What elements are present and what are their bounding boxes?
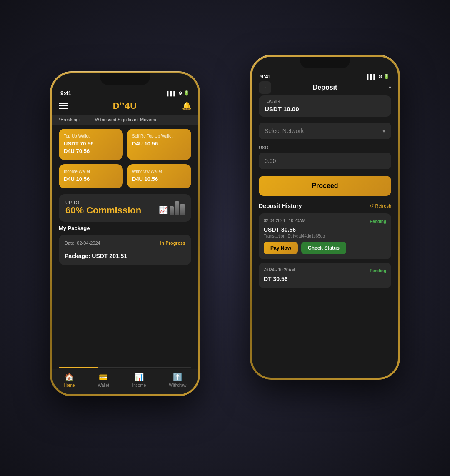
right-content: 9:41 ▌▌▌ ⊜ 🔋 ‹ Deposit ▾ E-Wallet U (252, 57, 398, 378)
signal-icon-r: ▌▌▌ (367, 74, 377, 79)
check-status-button[interactable]: Check Status (301, 242, 346, 254)
commission-info: UP TO 60% Commission (65, 200, 141, 216)
my-package: My Package Date: 02-04-2024 In Progress … (59, 225, 191, 265)
bar-2 (175, 201, 179, 215)
package-date: Date: 02-04-2024 (65, 241, 100, 246)
bar-3 (180, 204, 185, 215)
wallet-value-withdraw: D4U 10.56 (132, 175, 186, 183)
history-status-2: Pending (370, 268, 386, 273)
left-header: Dth4U 🔔 (52, 99, 198, 115)
wifi-icon: ⊜ (178, 90, 182, 96)
wallet-value-income: D4U 10.56 (64, 175, 118, 183)
commission-value: 60% Commission (65, 205, 141, 216)
bell-icon[interactable]: 🔔 (182, 101, 191, 110)
ewallet-value: USDT 10.00 (265, 105, 385, 113)
left-phone-screen: 9:41 ▌▌▌ ⊜ 🔋 Dth4U 🔔 (52, 73, 198, 394)
wallet-label-self: Self Re Top Up Wallet (132, 134, 186, 138)
history-entry-2: -2024 - 10.20AM Pending DT 30.56 (259, 263, 391, 288)
package-section-title: My Package (59, 225, 191, 231)
nav-income[interactable]: 📊 Income (132, 373, 146, 388)
right-phone: 9:41 ▌▌▌ ⊜ 🔋 ‹ Deposit ▾ E-Wallet U (250, 55, 400, 380)
refresh-button[interactable]: ↺ Refresh (370, 203, 391, 209)
dropdown-arrow-icon: ▾ (389, 85, 391, 90)
nav-withdraw[interactable]: ⬆️ Withdraw (169, 373, 187, 388)
nav-wallet[interactable]: 💳 Wallet (98, 373, 109, 388)
history-entry-1: 02-04-2024 - 10.20AM Pending USDT 30.56 … (259, 213, 391, 259)
amount-input[interactable]: 0.00 (259, 153, 391, 169)
history-header: Deposit History ↺ Refresh (259, 203, 391, 209)
package-status: In Progress (160, 241, 185, 246)
wallet-card-topup[interactable]: Top Up Wallet USDT 70.56 D4U 70.56 (59, 129, 123, 160)
status-bar-right: 9:41 ▌▌▌ ⊜ 🔋 (252, 68, 398, 82)
page-title: Deposit (313, 84, 338, 91)
scene: 9:41 ▌▌▌ ⊜ 🔋 Dth4U 🔔 (38, 38, 412, 438)
status-icons-right: ▌▌▌ ⊜ 🔋 (367, 74, 390, 79)
left-content: 9:41 ▌▌▌ ⊜ 🔋 Dth4U 🔔 (52, 73, 198, 394)
time-right: 9:41 (260, 73, 271, 80)
package-header: Date: 02-04-2024 In Progress (65, 241, 185, 249)
trend-icon: 📈 (159, 205, 168, 215)
ewallet-label: E-Wallet (265, 100, 385, 104)
history-date-1: 02-04-2024 - 10.20AM (264, 218, 305, 223)
nav-home[interactable]: 🏠 Home (64, 373, 75, 388)
wallet-card-income[interactable]: Income Wallet D4U 10.56 (59, 164, 123, 188)
right-header: ‹ Deposit ▾ (252, 82, 398, 95)
back-button[interactable]: ‹ (259, 81, 271, 94)
chart-area: 📈 (159, 201, 185, 215)
home-icon: 🏠 (65, 373, 74, 382)
ticker-bar: *Breaking: ---------Witnessed Significan… (52, 115, 198, 125)
wallet-label-withdraw: Withdraw Wallet (132, 169, 186, 174)
notch-left (100, 73, 150, 85)
history-txid-1: Transaction ID: fygaf44dg1s65dg (264, 234, 386, 238)
nav-progress-bar (59, 367, 98, 368)
commission-banner: UP TO 60% Commission 📈 (59, 194, 191, 222)
history-amount-1: USDT 30.56 (264, 226, 386, 233)
wifi-icon-r: ⊜ (378, 74, 382, 79)
hamburger-menu[interactable] (59, 103, 68, 109)
wallet-card-withdraw[interactable]: Withdraw Wallet D4U 10.56 (127, 164, 191, 188)
history-date-2: -2024 - 10.20AM (264, 268, 295, 272)
package-card: Date: 02-04-2024 In Progress Package: US… (59, 235, 191, 265)
wallet-icon: 💳 (99, 373, 108, 382)
income-icon: 📊 (135, 373, 144, 382)
bar-chart (170, 201, 185, 215)
wallet-value-self: D4U 10.56 (132, 140, 186, 148)
deposit-history: Deposit History ↺ Refresh 02-04-2024 - 1… (259, 203, 391, 288)
nav-progress (59, 367, 191, 368)
history-status-1: Pending (370, 219, 386, 224)
proceed-button[interactable]: Proceed (259, 176, 391, 196)
wallet-label-topup: Top Up Wallet (64, 134, 118, 138)
withdraw-icon: ⬆️ (173, 373, 182, 382)
time-left: 9:41 (60, 90, 71, 96)
battery-icon: 🔋 (184, 90, 190, 96)
usdt-input-section: USDT 0.00 (259, 145, 391, 169)
left-phone: 9:41 ▌▌▌ ⊜ 🔋 Dth4U 🔔 (50, 71, 200, 396)
history-actions-1: Pay Now Check Status (264, 242, 386, 254)
signal-icon: ▌▌▌ (167, 91, 177, 96)
wallet-grid: Top Up Wallet USDT 70.56 D4U 70.56 Self … (52, 125, 198, 193)
wallet-value-topup: USDT 70.56 D4U 70.56 (64, 140, 118, 155)
history-title: Deposit History (259, 203, 302, 209)
battery-icon-r: 🔋 (384, 74, 390, 79)
notch-right (300, 57, 350, 68)
select-network-dropdown[interactable]: Select Network ▾ (259, 123, 391, 139)
pay-now-button[interactable]: Pay Now (264, 242, 298, 254)
usdt-label: USDT (259, 145, 391, 150)
wallet-card-self-retopup[interactable]: Self Re Top Up Wallet D4U 10.56 (127, 129, 191, 160)
history-amount-2: DT 30.56 (264, 276, 386, 282)
wallet-label-income: Income Wallet (64, 169, 118, 174)
status-bar-left: 9:41 ▌▌▌ ⊜ 🔋 (52, 85, 198, 99)
select-network-label: Select Network (265, 128, 304, 134)
bar-1 (170, 206, 174, 215)
chevron-down-icon: ▾ (382, 128, 385, 134)
bottom-nav: 🏠 Home 💳 Wallet 📊 Income ⬆️ Withdraw (52, 369, 198, 394)
status-icons-left: ▌▌▌ ⊜ 🔋 (167, 90, 190, 96)
ewallet-card: E-Wallet USDT 10.00 (259, 95, 391, 117)
commission-upto: UP TO (65, 200, 141, 205)
right-phone-screen: 9:41 ▌▌▌ ⊜ 🔋 ‹ Deposit ▾ E-Wallet U (252, 57, 398, 378)
package-name: Package: USDT 201.51 (65, 253, 185, 259)
app-logo: Dth4U (113, 100, 137, 111)
